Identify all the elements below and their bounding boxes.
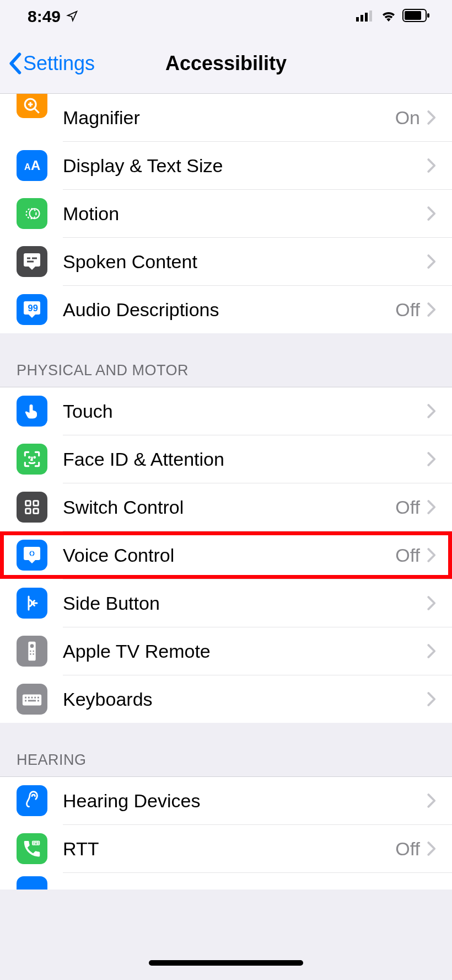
svg-rect-39: [28, 700, 36, 701]
svg-rect-45: [38, 841, 39, 843]
svg-rect-38: [25, 700, 26, 701]
svg-rect-40: [37, 700, 39, 701]
row-side-button[interactable]: Side Button: [0, 579, 452, 627]
row-label: Switch Control: [63, 497, 395, 518]
svg-rect-34: [28, 697, 30, 699]
svg-point-31: [33, 653, 34, 655]
chevron-right-icon: [427, 206, 435, 221]
svg-rect-42: [33, 841, 34, 843]
chevron-right-icon: [427, 110, 435, 125]
svg-rect-41: [32, 841, 40, 845]
section-header-physical: PHYSICAL AND MOTOR: [0, 333, 452, 387]
section-header-hearing: HEARING: [0, 723, 452, 776]
svg-rect-23: [26, 509, 31, 514]
svg-rect-2: [365, 13, 368, 22]
side-button-icon: [17, 588, 47, 619]
svg-rect-1: [360, 15, 363, 22]
row-label: RTT: [63, 838, 395, 860]
back-label: Settings: [23, 52, 95, 75]
svg-rect-21: [26, 501, 31, 506]
row-label: Display & Text Size: [63, 155, 427, 177]
svg-text:A: A: [31, 158, 40, 173]
row-label: Audio Descriptions: [63, 299, 395, 321]
hearing-devices-icon: [17, 785, 47, 816]
row-touch[interactable]: Touch: [0, 387, 452, 435]
row-label: Face ID & Attention: [63, 449, 427, 470]
svg-rect-47: [35, 844, 37, 845]
svg-rect-17: [27, 261, 34, 263]
row-label: Touch: [63, 401, 427, 422]
status-bar: 8:49: [0, 0, 452, 33]
svg-rect-48: [38, 844, 39, 845]
chevron-right-icon: [427, 595, 435, 611]
row-value: Off: [395, 299, 420, 321]
svg-point-19: [29, 457, 30, 458]
row-partial-next[interactable]: [0, 873, 452, 890]
row-magnifier[interactable]: Magnifier On: [0, 94, 452, 141]
voice-control-icon: [17, 540, 47, 571]
chevron-right-icon: [427, 302, 435, 317]
spoken-content-icon: [17, 246, 47, 277]
chevron-left-icon: [8, 52, 22, 74]
row-value: On: [395, 107, 420, 129]
svg-rect-24: [34, 509, 39, 514]
row-motion[interactable]: Motion: [0, 190, 452, 237]
signal-icon: [356, 9, 375, 24]
partial-icon: [17, 876, 47, 890]
svg-rect-3: [369, 10, 372, 22]
svg-rect-43: [35, 841, 36, 843]
chevron-right-icon: [427, 254, 435, 269]
svg-rect-6: [427, 13, 429, 18]
chevron-right-icon: [427, 643, 435, 659]
row-label: Keyboards: [63, 689, 427, 710]
svg-line-8: [34, 108, 39, 113]
row-value: Off: [395, 497, 420, 518]
text-size-icon: AA: [17, 150, 47, 181]
row-label: Apple TV Remote: [63, 641, 427, 662]
row-value: Off: [395, 545, 420, 566]
row-voice-control[interactable]: Voice Control Off: [0, 531, 452, 579]
svg-rect-0: [356, 17, 359, 22]
section-vision: Magnifier On AA Display & Text Size Moti…: [0, 94, 452, 333]
status-right: [356, 9, 430, 24]
row-hearing-devices[interactable]: Hearing Devices: [0, 777, 452, 824]
row-audio-descriptions[interactable]: 99 Audio Descriptions Off: [0, 286, 452, 333]
row-face-id-attention[interactable]: Face ID & Attention: [0, 435, 452, 483]
status-left: 8:49: [28, 7, 78, 26]
section-hearing: Hearing Devices RTT Off: [0, 777, 452, 890]
touch-icon: [17, 396, 47, 427]
chevron-right-icon: [427, 499, 435, 515]
svg-rect-46: [33, 844, 34, 845]
nav-bar: Settings Accessibility: [0, 33, 452, 94]
chevron-right-icon: [427, 691, 435, 707]
row-display-text-size[interactable]: AA Display & Text Size: [0, 142, 452, 189]
row-switch-control[interactable]: Switch Control Off: [0, 483, 452, 531]
svg-point-27: [30, 644, 34, 648]
status-time: 8:49: [28, 7, 61, 26]
magnifier-icon: [17, 94, 47, 118]
row-label: Spoken Content: [63, 251, 427, 273]
row-label: Motion: [63, 203, 427, 225]
face-id-icon: [17, 444, 47, 475]
section-physical-motor: Touch Face ID & Attention Switch Control…: [0, 387, 452, 723]
svg-point-29: [33, 651, 34, 652]
row-keyboards[interactable]: Keyboards: [0, 675, 452, 723]
chevron-right-icon: [427, 841, 435, 856]
page-title: Accessibility: [165, 52, 287, 75]
row-label: Magnifier: [63, 107, 395, 129]
svg-rect-44: [36, 841, 37, 843]
chevron-right-icon: [427, 158, 435, 173]
row-spoken-content[interactable]: Spoken Content: [0, 238, 452, 285]
home-indicator[interactable]: [149, 960, 303, 966]
chevron-right-icon: [427, 547, 435, 563]
svg-rect-15: [27, 258, 30, 259]
row-rtt[interactable]: RTT Off: [0, 825, 452, 872]
chevron-right-icon: [427, 403, 435, 419]
row-value: Off: [395, 838, 420, 860]
chevron-right-icon: [427, 793, 435, 808]
row-apple-tv-remote[interactable]: Apple TV Remote: [0, 627, 452, 675]
back-button[interactable]: Settings: [0, 52, 95, 75]
svg-text:A: A: [24, 162, 31, 172]
svg-rect-5: [405, 11, 421, 20]
motion-icon: [17, 198, 47, 229]
